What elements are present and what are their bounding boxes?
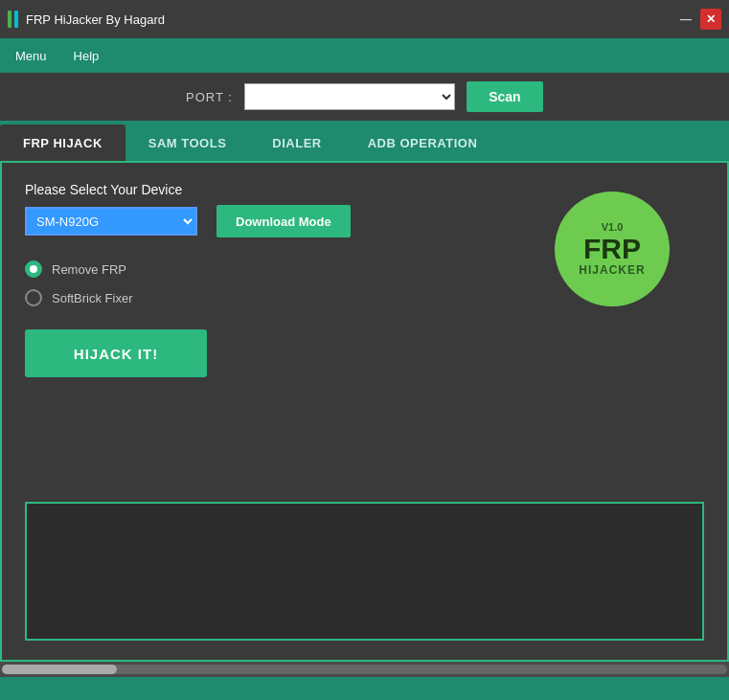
tab-frp-hijack[interactable]: FRP HIJACK: [0, 124, 125, 161]
download-mode-button[interactable]: Download Mode: [216, 205, 351, 237]
title-bar: FRP HiJacker By Hagard — ✕: [0, 0, 729, 38]
title-left: FRP HiJacker By Hagard: [8, 11, 165, 28]
frp-logo-subtitle: HIJACKER: [579, 263, 645, 277]
title-controls: — ✕: [675, 9, 721, 30]
main-window: FRP HiJacker By Hagard — ✕ Menu Help POR…: [0, 0, 729, 700]
menu-item-help[interactable]: Help: [70, 45, 103, 67]
scrollbar-track[interactable]: [2, 665, 727, 674]
tab-sam-tools[interactable]: SAM TOOLS: [125, 124, 250, 161]
minimize-button[interactable]: —: [675, 9, 696, 30]
port-select[interactable]: [244, 83, 455, 110]
scan-button[interactable]: Scan: [467, 81, 543, 112]
window-title: FRP HiJacker By Hagard: [26, 12, 165, 27]
radio-remove-frp[interactable]: [25, 260, 42, 278]
port-label: PORT :: [186, 90, 233, 104]
radio-softbrick-fixer[interactable]: [25, 289, 42, 306]
close-button[interactable]: ✕: [700, 9, 721, 30]
app-icon: [8, 11, 18, 28]
icon-bar-1: [8, 11, 11, 28]
bottom-bar: [0, 677, 729, 700]
log-area: [25, 502, 704, 641]
scrollbar-thumb[interactable]: [2, 665, 117, 674]
scrollbar-area: [0, 662, 729, 677]
frp-logo-version: V1.0: [602, 221, 624, 233]
main-content: V1.0 FRP HIJACKER Please Select Your Dev…: [0, 161, 729, 662]
icon-bar-2: [14, 11, 18, 28]
option-remove-frp-label: Remove FRP: [52, 262, 126, 277]
device-select[interactable]: SM-N920G: [25, 207, 197, 236]
tab-adb-operation[interactable]: ADB OPERATION: [345, 124, 501, 161]
hijack-button[interactable]: HIJACK IT!: [25, 329, 207, 377]
port-bar: PORT : Scan: [0, 73, 729, 121]
tab-dialer[interactable]: DIALER: [249, 124, 344, 161]
frp-logo: V1.0 FRP HIJACKER: [555, 192, 670, 306]
frp-logo-title: FRP: [583, 235, 641, 263]
option-softbrick-fixer-label: SoftBrick Fixer: [52, 291, 133, 305]
tab-bar: FRP HIJACK SAM TOOLS DIALER ADB OPERATIO…: [0, 121, 729, 161]
menu-item-menu[interactable]: Menu: [11, 45, 51, 67]
menu-bar: Menu Help: [0, 38, 729, 73]
